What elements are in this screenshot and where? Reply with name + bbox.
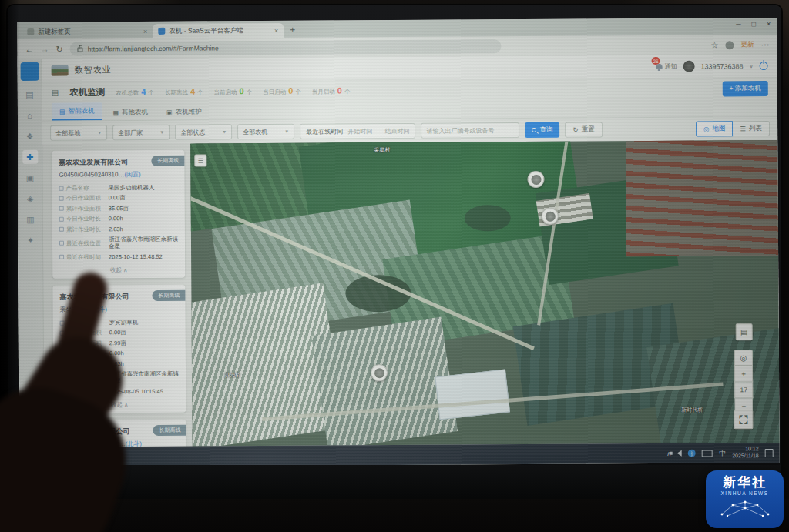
list-icon: ☰ [740,125,746,132]
browser-tab-newtab[interactable]: 新建标签页 × [22,24,153,39]
sidebar-item-apps[interactable]: ◈ [22,192,38,206]
device-icon: ▣ [26,172,34,182]
browser-profile-icon[interactable] [725,41,734,49]
machine-marker[interactable] [527,171,544,188]
window-close-button[interactable]: × [767,20,771,28]
stat-started-month: 当月启动 0 个 [312,85,351,95]
tab-smart-machines[interactable]: ▤ 智能农机 [52,102,102,120]
machine-photo-icon [531,174,541,184]
keyboard-icon[interactable] [702,450,713,457]
tab-close-icon[interactable]: × [143,27,147,35]
field-label: 今日作业时长 [66,215,101,223]
machine-marker[interactable] [542,208,559,225]
sidebar-item-devices[interactable]: ▣ [22,171,38,185]
volume-icon[interactable] [677,450,682,457]
chevron-down-icon: ▼ [284,129,289,134]
map-houses [626,140,779,256]
map-list-control[interactable]: ☰ [194,155,206,167]
zoom-in-button[interactable]: + [734,366,753,382]
forward-icon[interactable]: → [40,45,49,53]
browser-tab-farm-app[interactable]: 农机 - SaaS云平台客户端 × [153,23,284,38]
machine-photo-icon [374,368,384,378]
machine-id-text: G0450/G0450240310… [59,171,124,179]
machine-card[interactable]: 长期离线 嘉农农业发展有限公司 G0450/G0450240310…(闲置) 产… [52,150,185,279]
start-time-placeholder[interactable]: 开始时间 [347,127,372,136]
serial-search-input[interactable] [421,122,520,139]
taskbar-edge-button[interactable] [43,449,63,466]
url-field[interactable]: https://farm.lanjiangtech.com/#/FarmMach… [70,39,502,55]
machine-select[interactable]: 全部农机▼ [237,124,294,139]
refresh-icon[interactable]: ↻ [55,45,62,53]
stat-label: 当月启动 [312,88,335,95]
browser-update-label[interactable]: 更新 [740,40,754,49]
monitor-icon: ▤ [52,89,59,97]
machine-id-tag[interactable]: (闲置) [124,171,140,178]
tab-favicon [158,28,165,35]
action-center-icon[interactable] [765,449,774,457]
stat-unit: 个 [197,89,203,97]
farm-app: ▤ ⌂ ❖ ✚ ▣ ◈ ▥ ✦ 数智农业 26 通知 [18,55,780,447]
sidebar-item-machines[interactable]: ✚ [22,150,38,164]
browser-menu-icon[interactable]: ⋯ [760,41,769,49]
new-tab-button[interactable]: + [290,25,295,35]
field-icon [59,206,64,211]
collapse-link[interactable]: 收起 ∧ [59,263,178,277]
field-row: 最近在线时间2025-10-12 15:48:52 [59,253,178,260]
satellite-map[interactable]: 采星村 灵光桥 新时代桥 ☰ ▤ ◎ + 17 − ◤ ◥ [190,140,779,447]
machine-card[interactable]: 长期离线 嘉农农业发展有限公司 YF/2007-2021/S2240…(北斗) … [53,420,186,447]
favorite-star-icon[interactable]: ☆ [711,41,719,49]
machine-card[interactable]: 长期离线 嘉农农业发展有限公司 乘坐式割…(北斗) 产品名称罗宾割草机 今日作业… [52,285,186,413]
vendor-select[interactable]: 全部厂家▼ [112,125,170,140]
taskbar-clock[interactable]: 10:12 2025/11/18 [732,446,759,460]
machine-card-list[interactable]: 长期离线 嘉农农业发展有限公司 G0450/G0450240310…(闲置) 产… [42,144,192,447]
window-minimize-button[interactable]: ─ [736,20,740,28]
sidebar-item-supplies[interactable]: ❖ [22,129,38,143]
sidebar-item-settings[interactable]: ✦ [22,233,38,247]
taskbar-explorer-button[interactable] [65,448,85,465]
locate-icon[interactable]: ◎ [734,350,753,366]
photo-edge-shadow [0,0,20,532]
field-label: 产品名称 [67,319,90,326]
tab-machine-maintenance[interactable]: ▣ 农机维护 [159,103,210,119]
ime-indicator[interactable]: 中 [719,448,726,458]
query-button[interactable]: 查询 [525,122,560,138]
back-icon[interactable]: ← [25,45,33,53]
tab-icon: ▣ [166,109,173,115]
end-time-placeholder[interactable]: 结束时间 [385,126,410,135]
machine-id-tag[interactable]: (北斗) [90,306,106,313]
tab-other-machines[interactable]: ▦ 其他农机 [105,104,156,120]
sidebar-item-data[interactable]: ▥ [22,212,38,226]
window-maximize-button[interactable]: □ [752,20,756,28]
sidebar-item-overview[interactable]: ▤ [22,88,37,102]
list-view-button[interactable]: ☰ 列表 [733,121,770,136]
status-badge: 长期离线 [151,156,184,166]
map-view-button[interactable]: ◎ 地图 [696,121,734,136]
start-button[interactable] [25,450,42,465]
field-icon [59,241,64,246]
bluetooth-icon[interactable]: ᛒ [688,450,696,457]
supplies-icon: ❖ [26,131,34,141]
app-logo[interactable] [20,62,39,81]
online-time-range[interactable]: 最近在线时间 开始时间 – 结束时间 [300,123,416,139]
logout-power-icon[interactable] [760,62,768,70]
collapse-link[interactable]: 收起 ∧ [60,398,179,412]
add-machine-button[interactable]: + 添加农机 [722,81,767,96]
tab-close-icon[interactable]: × [274,26,278,34]
tab-icon: ▦ [112,109,119,116]
map-layers-control[interactable]: ▤ [736,323,753,340]
reset-button[interactable]: ↻ 重置 [566,122,603,137]
base-select[interactable]: 全部基地▼ [50,125,107,140]
user-phone[interactable]: 13395736388 [700,62,743,70]
range-dash: – [377,128,381,135]
notifications-button[interactable]: 26 通知 [656,62,677,71]
machine-marker[interactable] [371,364,388,381]
taskbar-wps-button[interactable]: W [86,448,106,465]
chevron-down-icon[interactable]: ∨ [749,63,753,69]
field-value: 0.00h [109,350,179,357]
field-icon [59,186,64,190]
user-avatar[interactable] [683,61,694,72]
sidebar-item-village[interactable]: ⌂ [22,109,37,122]
status-select[interactable]: 全部状态▼ [175,124,232,139]
field-label: 最近在线位置 [66,239,101,247]
fullscreen-button[interactable]: ◤ ◥ ◣ ◢ [734,410,753,429]
